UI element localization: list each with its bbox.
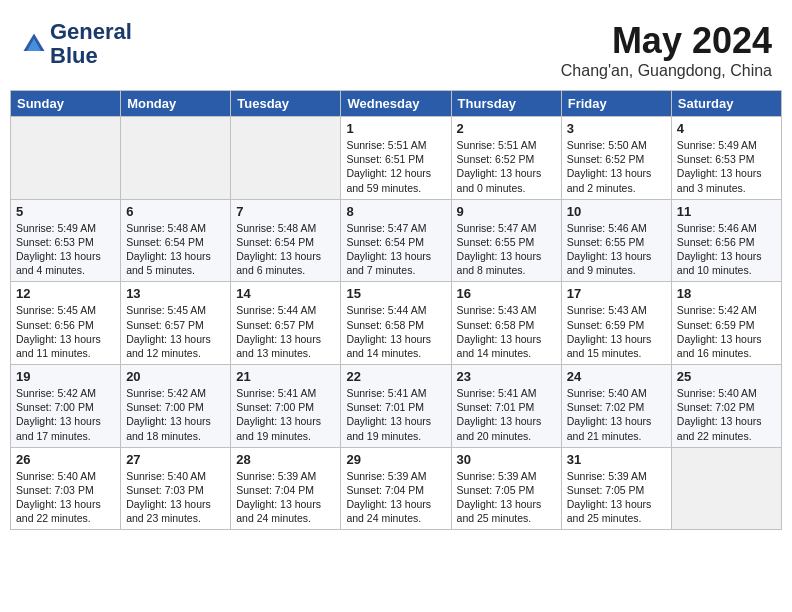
calendar-cell: [121, 117, 231, 200]
cell-sun-info: Sunrise: 5:46 AMSunset: 6:56 PMDaylight:…: [677, 221, 776, 278]
calendar-cell: [231, 117, 341, 200]
cell-sun-info: Sunrise: 5:42 AMSunset: 7:00 PMDaylight:…: [126, 386, 225, 443]
day-number: 15: [346, 286, 445, 301]
day-number: 7: [236, 204, 335, 219]
logo-line2: Blue: [50, 44, 132, 68]
day-number: 18: [677, 286, 776, 301]
logo: General Blue: [20, 20, 132, 68]
day-number: 10: [567, 204, 666, 219]
calendar-cell: 19Sunrise: 5:42 AMSunset: 7:00 PMDayligh…: [11, 365, 121, 448]
calendar-cell: 21Sunrise: 5:41 AMSunset: 7:00 PMDayligh…: [231, 365, 341, 448]
weekday-header-monday: Monday: [121, 91, 231, 117]
day-number: 26: [16, 452, 115, 467]
cell-sun-info: Sunrise: 5:40 AMSunset: 7:03 PMDaylight:…: [126, 469, 225, 526]
cell-sun-info: Sunrise: 5:44 AMSunset: 6:58 PMDaylight:…: [346, 303, 445, 360]
calendar-cell: 15Sunrise: 5:44 AMSunset: 6:58 PMDayligh…: [341, 282, 451, 365]
calendar-week-row: 5Sunrise: 5:49 AMSunset: 6:53 PMDaylight…: [11, 199, 782, 282]
cell-sun-info: Sunrise: 5:46 AMSunset: 6:55 PMDaylight:…: [567, 221, 666, 278]
cell-sun-info: Sunrise: 5:45 AMSunset: 6:56 PMDaylight:…: [16, 303, 115, 360]
cell-sun-info: Sunrise: 5:42 AMSunset: 7:00 PMDaylight:…: [16, 386, 115, 443]
cell-sun-info: Sunrise: 5:39 AMSunset: 7:05 PMDaylight:…: [457, 469, 556, 526]
cell-sun-info: Sunrise: 5:49 AMSunset: 6:53 PMDaylight:…: [16, 221, 115, 278]
day-number: 30: [457, 452, 556, 467]
calendar-week-row: 12Sunrise: 5:45 AMSunset: 6:56 PMDayligh…: [11, 282, 782, 365]
day-number: 19: [16, 369, 115, 384]
day-number: 16: [457, 286, 556, 301]
calendar-cell: 2Sunrise: 5:51 AMSunset: 6:52 PMDaylight…: [451, 117, 561, 200]
day-number: 9: [457, 204, 556, 219]
calendar-cell: 25Sunrise: 5:40 AMSunset: 7:02 PMDayligh…: [671, 365, 781, 448]
calendar-cell: 16Sunrise: 5:43 AMSunset: 6:58 PMDayligh…: [451, 282, 561, 365]
day-number: 13: [126, 286, 225, 301]
cell-sun-info: Sunrise: 5:41 AMSunset: 7:00 PMDaylight:…: [236, 386, 335, 443]
day-number: 11: [677, 204, 776, 219]
cell-sun-info: Sunrise: 5:41 AMSunset: 7:01 PMDaylight:…: [346, 386, 445, 443]
day-number: 1: [346, 121, 445, 136]
calendar-cell: 1Sunrise: 5:51 AMSunset: 6:51 PMDaylight…: [341, 117, 451, 200]
day-number: 3: [567, 121, 666, 136]
month-title: May 2024: [561, 20, 772, 62]
day-number: 12: [16, 286, 115, 301]
calendar-cell: 17Sunrise: 5:43 AMSunset: 6:59 PMDayligh…: [561, 282, 671, 365]
calendar-cell: [671, 447, 781, 530]
weekday-header-row: SundayMondayTuesdayWednesdayThursdayFrid…: [11, 91, 782, 117]
cell-sun-info: Sunrise: 5:43 AMSunset: 6:59 PMDaylight:…: [567, 303, 666, 360]
logo-icon: [20, 30, 48, 58]
calendar-cell: 23Sunrise: 5:41 AMSunset: 7:01 PMDayligh…: [451, 365, 561, 448]
cell-sun-info: Sunrise: 5:40 AMSunset: 7:02 PMDaylight:…: [677, 386, 776, 443]
cell-sun-info: Sunrise: 5:48 AMSunset: 6:54 PMDaylight:…: [126, 221, 225, 278]
calendar-cell: 22Sunrise: 5:41 AMSunset: 7:01 PMDayligh…: [341, 365, 451, 448]
calendar-week-row: 1Sunrise: 5:51 AMSunset: 6:51 PMDaylight…: [11, 117, 782, 200]
cell-sun-info: Sunrise: 5:41 AMSunset: 7:01 PMDaylight:…: [457, 386, 556, 443]
cell-sun-info: Sunrise: 5:51 AMSunset: 6:51 PMDaylight:…: [346, 138, 445, 195]
cell-sun-info: Sunrise: 5:40 AMSunset: 7:03 PMDaylight:…: [16, 469, 115, 526]
calendar-week-row: 26Sunrise: 5:40 AMSunset: 7:03 PMDayligh…: [11, 447, 782, 530]
cell-sun-info: Sunrise: 5:51 AMSunset: 6:52 PMDaylight:…: [457, 138, 556, 195]
weekday-header-wednesday: Wednesday: [341, 91, 451, 117]
weekday-header-thursday: Thursday: [451, 91, 561, 117]
logo-line1: General: [50, 20, 132, 44]
day-number: 25: [677, 369, 776, 384]
day-number: 24: [567, 369, 666, 384]
weekday-header-tuesday: Tuesday: [231, 91, 341, 117]
weekday-header-sunday: Sunday: [11, 91, 121, 117]
calendar-cell: 18Sunrise: 5:42 AMSunset: 6:59 PMDayligh…: [671, 282, 781, 365]
calendar-cell: 28Sunrise: 5:39 AMSunset: 7:04 PMDayligh…: [231, 447, 341, 530]
day-number: 2: [457, 121, 556, 136]
calendar-cell: 4Sunrise: 5:49 AMSunset: 6:53 PMDaylight…: [671, 117, 781, 200]
cell-sun-info: Sunrise: 5:47 AMSunset: 6:55 PMDaylight:…: [457, 221, 556, 278]
cell-sun-info: Sunrise: 5:49 AMSunset: 6:53 PMDaylight:…: [677, 138, 776, 195]
calendar-cell: 6Sunrise: 5:48 AMSunset: 6:54 PMDaylight…: [121, 199, 231, 282]
calendar-cell: 3Sunrise: 5:50 AMSunset: 6:52 PMDaylight…: [561, 117, 671, 200]
day-number: 14: [236, 286, 335, 301]
day-number: 31: [567, 452, 666, 467]
weekday-header-saturday: Saturday: [671, 91, 781, 117]
calendar-cell: 30Sunrise: 5:39 AMSunset: 7:05 PMDayligh…: [451, 447, 561, 530]
calendar-cell: 5Sunrise: 5:49 AMSunset: 6:53 PMDaylight…: [11, 199, 121, 282]
day-number: 8: [346, 204, 445, 219]
calendar-cell: [11, 117, 121, 200]
calendar-cell: 7Sunrise: 5:48 AMSunset: 6:54 PMDaylight…: [231, 199, 341, 282]
day-number: 28: [236, 452, 335, 467]
cell-sun-info: Sunrise: 5:42 AMSunset: 6:59 PMDaylight:…: [677, 303, 776, 360]
calendar-cell: 24Sunrise: 5:40 AMSunset: 7:02 PMDayligh…: [561, 365, 671, 448]
cell-sun-info: Sunrise: 5:50 AMSunset: 6:52 PMDaylight:…: [567, 138, 666, 195]
calendar-cell: 9Sunrise: 5:47 AMSunset: 6:55 PMDaylight…: [451, 199, 561, 282]
day-number: 20: [126, 369, 225, 384]
calendar-week-row: 19Sunrise: 5:42 AMSunset: 7:00 PMDayligh…: [11, 365, 782, 448]
day-number: 23: [457, 369, 556, 384]
day-number: 4: [677, 121, 776, 136]
calendar-cell: 27Sunrise: 5:40 AMSunset: 7:03 PMDayligh…: [121, 447, 231, 530]
page-header: General Blue May 2024 Chang'an, Guangdon…: [10, 10, 782, 85]
calendar-cell: 8Sunrise: 5:47 AMSunset: 6:54 PMDaylight…: [341, 199, 451, 282]
calendar-table: SundayMondayTuesdayWednesdayThursdayFrid…: [10, 90, 782, 530]
day-number: 17: [567, 286, 666, 301]
calendar-cell: 26Sunrise: 5:40 AMSunset: 7:03 PMDayligh…: [11, 447, 121, 530]
title-block: May 2024 Chang'an, Guangdong, China: [561, 20, 772, 80]
cell-sun-info: Sunrise: 5:45 AMSunset: 6:57 PMDaylight:…: [126, 303, 225, 360]
location-title: Chang'an, Guangdong, China: [561, 62, 772, 80]
calendar-cell: 11Sunrise: 5:46 AMSunset: 6:56 PMDayligh…: [671, 199, 781, 282]
day-number: 29: [346, 452, 445, 467]
cell-sun-info: Sunrise: 5:43 AMSunset: 6:58 PMDaylight:…: [457, 303, 556, 360]
cell-sun-info: Sunrise: 5:48 AMSunset: 6:54 PMDaylight:…: [236, 221, 335, 278]
